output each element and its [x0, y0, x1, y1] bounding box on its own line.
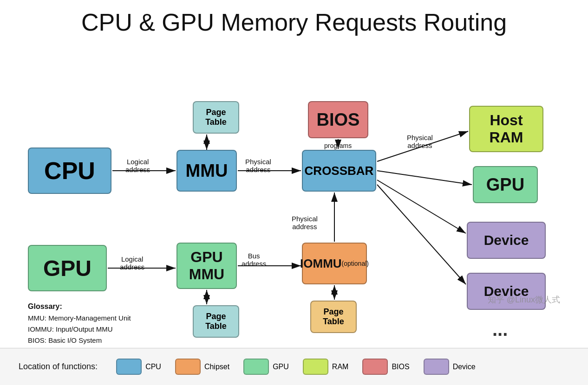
bios-box: BIOS	[308, 101, 368, 138]
glossary: Glossary: MMU: Memory-Management Unit IO…	[28, 301, 131, 346]
label-iommu-crossbar: Physicaladdress	[292, 215, 318, 231]
glossary-item-iommu: IOMMU: Input/Output MMU	[28, 324, 131, 335]
gpu-mmu-box: GPUMMU	[176, 243, 237, 289]
label-cpu-mmu: Logicaladdress	[125, 158, 150, 173]
iommu-box: IOMMU(optional)	[302, 243, 367, 284]
legend-bios-box	[362, 359, 388, 375]
device1-box: Device	[467, 222, 546, 259]
page-table-bottom-left-box: PageTable	[193, 305, 239, 338]
legend-chipset: Chipset	[175, 359, 229, 375]
legend-bios: BIOS	[362, 359, 409, 375]
host-ram-box: HostRAM	[469, 106, 543, 152]
legend-device-box	[424, 359, 449, 375]
label-mmu-crossbar: Physicaladdress	[245, 158, 271, 173]
watermark: 知乎 @Linux微人式	[488, 294, 560, 305]
glossary-item-bios: BIOS: Basic I/O System	[28, 335, 131, 346]
legend-ram: RAM	[303, 359, 349, 375]
legend-gpu: GPU	[243, 359, 289, 375]
legend-gpu-label: GPU	[273, 363, 289, 371]
crossbar-box: CROSSBAR	[302, 150, 376, 192]
main-title: CPU & GPU Memory Requests Routing	[0, 0, 588, 41]
legend-device: Device	[424, 359, 476, 375]
legend-cpu: CPU	[116, 359, 161, 375]
label-bios-programs: programs	[324, 142, 352, 149]
location-bar: Location of functions: CPU Chipset GPU R…	[0, 348, 588, 385]
legend-cpu-label: CPU	[145, 363, 161, 371]
location-title: Location of functions:	[19, 362, 98, 372]
legend-gpu-box	[243, 359, 269, 375]
legend-ram-label: RAM	[332, 363, 349, 371]
label-crossbar-hostram: Physicaladdress	[407, 134, 433, 149]
ellipsis: ...	[492, 319, 508, 340]
page-table-bottom-right-box: PageTable	[310, 301, 357, 333]
svg-line-9	[377, 185, 466, 284]
legend-chipset-box	[175, 359, 201, 375]
glossary-item-mmu: MMU: Memory-Management Unit	[28, 313, 131, 324]
svg-line-8	[377, 180, 466, 233]
mmu-box: MMU	[176, 150, 237, 192]
gpu-right-box: GPU	[473, 166, 538, 203]
glossary-title: Glossary:	[28, 301, 131, 313]
diagram-area: Logicaladdress Physicaladdress programs …	[0, 41, 588, 347]
legend-device-label: Device	[453, 363, 476, 371]
legend-chipset-label: Chipset	[204, 363, 229, 371]
legend-ram-box	[303, 359, 328, 375]
label-gpummu-iommu: Busaddress	[242, 252, 266, 268]
legend-cpu-box	[116, 359, 142, 375]
svg-line-7	[377, 171, 472, 185]
cpu-box: CPU	[28, 148, 111, 194]
label-gpu-gpummu: Logicaladdress	[120, 255, 144, 271]
gpu-left-box: GPU	[28, 245, 107, 291]
page-table-top-box: PageTable	[193, 101, 239, 134]
legend-bios-label: BIOS	[392, 363, 409, 371]
